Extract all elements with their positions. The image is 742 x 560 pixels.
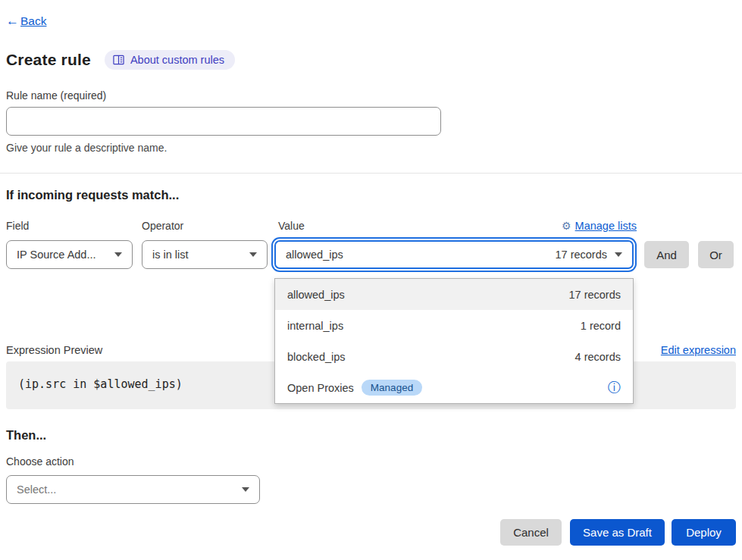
value-select[interactable]: allowed_ips 17 records: [274, 240, 634, 269]
list-option-name: internal_ips: [287, 320, 343, 332]
value-label: Value: [278, 220, 305, 232]
value-select-selected: allowed_ips: [286, 249, 343, 261]
list-option-name: blocked_ips: [287, 351, 346, 363]
list-option-name: Open Proxies: [287, 382, 354, 394]
title-row: Create rule About custom rules: [6, 50, 235, 70]
then-heading: Then...: [6, 428, 46, 443]
action-select[interactable]: Select...: [6, 475, 260, 504]
field-select[interactable]: IP Source Add...: [6, 240, 133, 269]
list-option-open-proxies[interactable]: Open Proxies Managed ⓘ: [275, 372, 633, 403]
managed-badge: Managed: [362, 380, 422, 396]
about-badge-label: About custom rules: [130, 54, 224, 66]
manage-lists-link[interactable]: ⚙ Manage lists: [562, 220, 637, 232]
gear-icon: ⚙: [562, 220, 571, 232]
back-label: Back: [20, 14, 46, 28]
value-select-records: 17 records: [555, 249, 607, 261]
page-title: Create rule: [6, 51, 91, 69]
expression-code: (ip.src in $allowed_ips): [18, 377, 183, 391]
cancel-button[interactable]: Cancel: [500, 519, 562, 546]
match-heading: If incoming requests match...: [6, 188, 179, 202]
choose-action-label: Choose action: [6, 455, 74, 468]
edit-expression-link[interactable]: Edit expression: [661, 344, 736, 356]
rule-name-input[interactable]: [6, 107, 441, 136]
value-dropdown-menu: allowed_ips 17 records internal_ips 1 re…: [274, 278, 634, 404]
operator-select[interactable]: is in list: [142, 240, 268, 269]
save-as-draft-button[interactable]: Save as Draft: [570, 519, 665, 546]
list-option-count: 1 record: [581, 320, 621, 332]
list-option-internal-ips[interactable]: internal_ips 1 record: [275, 310, 633, 341]
operator-label: Operator: [142, 220, 183, 232]
action-select-placeholder: Select...: [17, 483, 56, 496]
list-option-count: 17 records: [568, 289, 621, 301]
back-arrow-icon: ←: [6, 14, 19, 29]
rule-name-help: Give your rule a descriptive name.: [6, 142, 167, 154]
chevron-down-icon: [114, 252, 122, 257]
manage-lists-label: Manage lists: [575, 220, 637, 232]
list-option-count: 4 records: [575, 351, 621, 363]
chevron-down-icon: [249, 252, 257, 257]
field-select-value: IP Source Add...: [17, 249, 96, 261]
and-button[interactable]: And: [644, 241, 689, 268]
expression-preview-label: Expression Preview: [6, 344, 102, 356]
create-rule-page: ←Back Create rule About custom rules Rul…: [0, 0, 742, 560]
section-divider: [0, 173, 742, 174]
list-option-allowed-ips[interactable]: allowed_ips 17 records: [275, 279, 633, 310]
field-label: Field: [6, 220, 29, 232]
operator-select-value: is in list: [152, 249, 189, 261]
back-link[interactable]: ←Back: [6, 14, 46, 29]
chevron-down-icon: [242, 487, 249, 492]
chevron-down-icon: [615, 252, 622, 257]
list-option-name: allowed_ips: [287, 289, 345, 301]
list-option-blocked-ips[interactable]: blocked_ips 4 records: [275, 341, 633, 372]
deploy-button[interactable]: Deploy: [672, 519, 736, 546]
info-icon[interactable]: ⓘ: [608, 381, 621, 394]
book-icon: [113, 55, 124, 65]
rule-name-label: Rule name (required): [6, 89, 106, 102]
about-custom-rules-link[interactable]: About custom rules: [105, 50, 235, 70]
or-button[interactable]: Or: [698, 241, 734, 268]
